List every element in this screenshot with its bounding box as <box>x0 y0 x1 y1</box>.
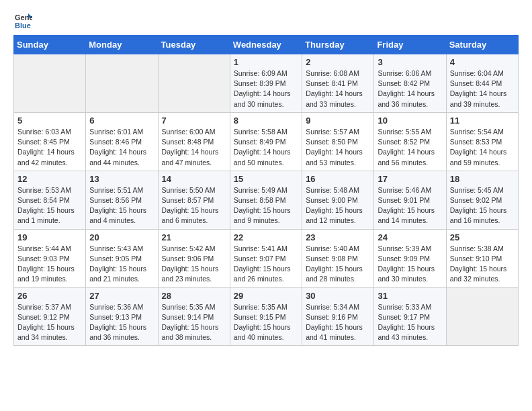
day-info: Sunrise: 5:53 AM Sunset: 8:54 PM Dayligh… <box>17 185 82 226</box>
day-number: 28 <box>162 291 226 301</box>
day-number: 15 <box>234 174 298 184</box>
day-info: Sunrise: 5:35 AM Sunset: 9:15 PM Dayligh… <box>234 302 298 343</box>
calendar-cell: 15Sunrise: 5:49 AM Sunset: 8:58 PM Dayli… <box>230 171 302 229</box>
week-row: 5Sunrise: 6:03 AM Sunset: 8:45 PM Daylig… <box>14 112 519 171</box>
day-number: 30 <box>306 291 370 301</box>
day-number: 3 <box>378 57 442 67</box>
calendar-cell: 11Sunrise: 5:54 AM Sunset: 8:53 PM Dayli… <box>446 112 518 171</box>
calendar-cell: 12Sunrise: 5:53 AM Sunset: 8:54 PM Dayli… <box>14 171 86 229</box>
calendar-table: SundayMondayTuesdayWednesdayThursdayFrid… <box>13 35 519 346</box>
day-info: Sunrise: 5:39 AM Sunset: 9:09 PM Dayligh… <box>378 244 442 285</box>
day-info: Sunrise: 5:50 AM Sunset: 8:57 PM Dayligh… <box>162 185 226 226</box>
col-header-saturday: Saturday <box>446 36 518 54</box>
col-header-thursday: Thursday <box>302 36 374 54</box>
day-number: 7 <box>162 116 226 126</box>
day-info: Sunrise: 5:54 AM Sunset: 8:53 PM Dayligh… <box>450 127 515 168</box>
calendar-cell: 1Sunrise: 6:09 AM Sunset: 8:39 PM Daylig… <box>230 54 302 113</box>
day-info: Sunrise: 5:38 AM Sunset: 9:10 PM Dayligh… <box>450 244 515 285</box>
logo: General Blue <box>13 11 35 30</box>
day-number: 26 <box>17 291 82 301</box>
day-number: 23 <box>306 232 370 242</box>
day-number: 22 <box>234 232 298 242</box>
calendar-cell: 2Sunrise: 6:08 AM Sunset: 8:41 PM Daylig… <box>302 54 374 113</box>
calendar-cell <box>446 287 518 346</box>
day-info: Sunrise: 5:41 AM Sunset: 9:07 PM Dayligh… <box>234 244 298 285</box>
day-number: 2 <box>306 57 370 67</box>
day-number: 27 <box>89 291 154 301</box>
col-header-monday: Monday <box>86 36 158 54</box>
day-number: 9 <box>306 116 370 126</box>
day-info: Sunrise: 5:34 AM Sunset: 9:16 PM Dayligh… <box>306 302 370 343</box>
calendar-cell: 28Sunrise: 5:35 AM Sunset: 9:14 PM Dayli… <box>158 287 230 346</box>
col-header-sunday: Sunday <box>14 36 86 54</box>
header: General Blue <box>13 11 519 30</box>
calendar-cell <box>14 54 86 113</box>
day-number: 8 <box>234 116 298 126</box>
day-info: Sunrise: 5:51 AM Sunset: 8:56 PM Dayligh… <box>89 185 154 226</box>
calendar-cell: 16Sunrise: 5:48 AM Sunset: 9:00 PM Dayli… <box>302 171 374 229</box>
day-number: 5 <box>17 116 82 126</box>
day-info: Sunrise: 5:58 AM Sunset: 8:49 PM Dayligh… <box>234 127 298 168</box>
day-number: 16 <box>306 174 370 184</box>
calendar-cell: 19Sunrise: 5:44 AM Sunset: 9:03 PM Dayli… <box>14 229 86 287</box>
day-info: Sunrise: 5:37 AM Sunset: 9:12 PM Dayligh… <box>17 302 82 343</box>
calendar-cell: 14Sunrise: 5:50 AM Sunset: 8:57 PM Dayli… <box>158 171 230 229</box>
day-number: 1 <box>234 57 298 67</box>
calendar-cell: 26Sunrise: 5:37 AM Sunset: 9:12 PM Dayli… <box>14 287 86 346</box>
calendar-cell: 30Sunrise: 5:34 AM Sunset: 9:16 PM Dayli… <box>302 287 374 346</box>
day-info: Sunrise: 5:40 AM Sunset: 9:08 PM Dayligh… <box>306 244 370 285</box>
week-row: 19Sunrise: 5:44 AM Sunset: 9:03 PM Dayli… <box>14 229 519 287</box>
day-number: 29 <box>234 291 298 301</box>
day-number: 4 <box>450 57 515 67</box>
day-info: Sunrise: 5:45 AM Sunset: 9:02 PM Dayligh… <box>450 185 515 226</box>
calendar-cell: 29Sunrise: 5:35 AM Sunset: 9:15 PM Dayli… <box>230 287 302 346</box>
day-info: Sunrise: 5:55 AM Sunset: 8:52 PM Dayligh… <box>378 127 442 168</box>
day-info: Sunrise: 6:08 AM Sunset: 8:41 PM Dayligh… <box>306 68 370 109</box>
day-header-row: SundayMondayTuesdayWednesdayThursdayFrid… <box>14 36 519 54</box>
day-number: 11 <box>450 116 515 126</box>
day-number: 31 <box>378 291 442 301</box>
day-info: Sunrise: 5:46 AM Sunset: 9:01 PM Dayligh… <box>378 185 442 226</box>
day-info: Sunrise: 6:06 AM Sunset: 8:42 PM Dayligh… <box>378 68 442 109</box>
col-header-tuesday: Tuesday <box>158 36 230 54</box>
day-number: 13 <box>89 174 154 184</box>
day-number: 20 <box>89 232 154 242</box>
day-info: Sunrise: 6:03 AM Sunset: 8:45 PM Dayligh… <box>17 127 82 168</box>
day-info: Sunrise: 5:33 AM Sunset: 9:17 PM Dayligh… <box>378 302 442 343</box>
day-number: 19 <box>17 232 82 242</box>
calendar-cell: 27Sunrise: 5:36 AM Sunset: 9:13 PM Dayli… <box>86 287 158 346</box>
day-info: Sunrise: 5:35 AM Sunset: 9:14 PM Dayligh… <box>162 302 226 343</box>
svg-text:Blue: Blue <box>15 21 31 30</box>
day-number: 25 <box>450 232 515 242</box>
calendar-cell: 21Sunrise: 5:42 AM Sunset: 9:06 PM Dayli… <box>158 229 230 287</box>
day-info: Sunrise: 5:42 AM Sunset: 9:06 PM Dayligh… <box>162 244 226 285</box>
day-info: Sunrise: 5:44 AM Sunset: 9:03 PM Dayligh… <box>17 244 82 285</box>
day-info: Sunrise: 6:00 AM Sunset: 8:48 PM Dayligh… <box>162 127 226 168</box>
day-number: 18 <box>450 174 515 184</box>
calendar-cell: 17Sunrise: 5:46 AM Sunset: 9:01 PM Dayli… <box>374 171 446 229</box>
calendar-cell: 10Sunrise: 5:55 AM Sunset: 8:52 PM Dayli… <box>374 112 446 171</box>
calendar-cell: 20Sunrise: 5:43 AM Sunset: 9:05 PM Dayli… <box>86 229 158 287</box>
calendar-cell: 5Sunrise: 6:03 AM Sunset: 8:45 PM Daylig… <box>14 112 86 171</box>
day-info: Sunrise: 6:09 AM Sunset: 8:39 PM Dayligh… <box>234 68 298 109</box>
calendar-cell: 7Sunrise: 6:00 AM Sunset: 8:48 PM Daylig… <box>158 112 230 171</box>
calendar-cell: 4Sunrise: 6:04 AM Sunset: 8:44 PM Daylig… <box>446 54 518 113</box>
day-info: Sunrise: 5:49 AM Sunset: 8:58 PM Dayligh… <box>234 185 298 226</box>
week-row: 26Sunrise: 5:37 AM Sunset: 9:12 PM Dayli… <box>14 287 519 346</box>
day-info: Sunrise: 5:48 AM Sunset: 9:00 PM Dayligh… <box>306 185 370 226</box>
day-number: 10 <box>378 116 442 126</box>
day-info: Sunrise: 6:04 AM Sunset: 8:44 PM Dayligh… <box>450 68 515 109</box>
col-header-wednesday: Wednesday <box>230 36 302 54</box>
day-info: Sunrise: 5:43 AM Sunset: 9:05 PM Dayligh… <box>89 244 154 285</box>
calendar-cell: 6Sunrise: 6:01 AM Sunset: 8:46 PM Daylig… <box>86 112 158 171</box>
calendar-cell <box>86 54 158 113</box>
week-row: 12Sunrise: 5:53 AM Sunset: 8:54 PM Dayli… <box>14 171 519 229</box>
calendar-cell: 9Sunrise: 5:57 AM Sunset: 8:50 PM Daylig… <box>302 112 374 171</box>
day-number: 14 <box>162 174 226 184</box>
logo-icon: General Blue <box>13 11 32 30</box>
calendar-cell: 18Sunrise: 5:45 AM Sunset: 9:02 PM Dayli… <box>446 171 518 229</box>
calendar-cell: 22Sunrise: 5:41 AM Sunset: 9:07 PM Dayli… <box>230 229 302 287</box>
calendar-cell: 13Sunrise: 5:51 AM Sunset: 8:56 PM Dayli… <box>86 171 158 229</box>
calendar-cell: 8Sunrise: 5:58 AM Sunset: 8:49 PM Daylig… <box>230 112 302 171</box>
day-number: 24 <box>378 232 442 242</box>
